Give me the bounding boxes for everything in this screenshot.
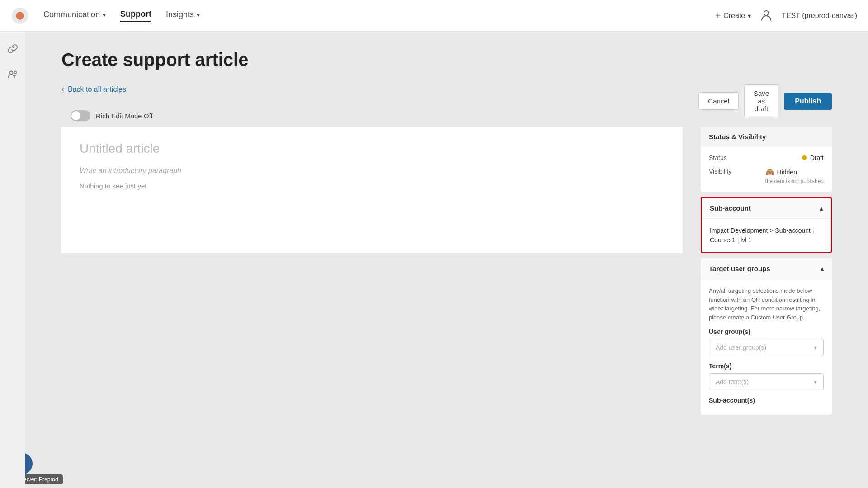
account-label: TEST (preprod-canvas) xyxy=(782,12,857,20)
link-icon[interactable] xyxy=(5,41,21,57)
article-title-input[interactable]: Untitled article xyxy=(80,141,665,156)
svg-point-2 xyxy=(10,71,13,75)
terms-dropdown[interactable]: Add term(s) xyxy=(709,373,824,390)
status-visibility-section: Status & Visibility Status Draft Visibil… xyxy=(701,127,832,192)
user-groups-label: User group(s) xyxy=(709,328,824,335)
nav-items: Communication Support Insights xyxy=(43,9,715,22)
insights-chevron-icon xyxy=(197,10,200,19)
back-to-articles-link[interactable]: ‹ Back to all articles xyxy=(61,84,683,94)
editor-toolbar: Rich Edit Mode Off xyxy=(61,105,683,127)
svg-point-3 xyxy=(14,71,17,74)
communication-chevron-icon xyxy=(103,10,106,19)
target-description: Any/all targeting selections made below … xyxy=(709,286,824,322)
target-groups-body: Any/all targeting selections made below … xyxy=(701,279,832,415)
status-row: Status Draft xyxy=(709,154,824,161)
users-icon[interactable] xyxy=(5,66,21,82)
nav-insights[interactable]: Insights xyxy=(166,10,200,21)
sub-account-header: Sub-account xyxy=(702,198,831,219)
rich-edit-label: Rich Edit Mode Off xyxy=(96,112,153,120)
editor-body[interactable]: Untitled article Write an introductory p… xyxy=(61,127,683,253)
target-groups-section: Target user groups Any/all targeting sel… xyxy=(701,258,832,415)
cancel-button[interactable]: Cancel xyxy=(698,92,739,110)
visibility-label: Visibility xyxy=(709,168,731,175)
nav-support[interactable]: Support xyxy=(120,9,151,22)
svg-point-1 xyxy=(764,11,769,15)
empty-state-text: Nothing to see just yet xyxy=(80,182,665,190)
target-groups-header: Target user groups xyxy=(701,258,832,279)
action-bar: Cancel Save as draft Publish xyxy=(701,84,832,117)
terms-chevron-icon xyxy=(814,378,817,385)
page-title: Create support article xyxy=(61,50,832,70)
content-layout: ‹ Back to all articles Rich Edit Mode Of… xyxy=(61,84,832,420)
status-dot-icon xyxy=(802,155,807,160)
visibility-sub-text: the item is not published xyxy=(765,178,824,184)
app-logo[interactable] xyxy=(11,7,29,25)
visibility-value: 🙈 Hidden xyxy=(765,168,824,176)
sub-account-collapse-icon[interactable] xyxy=(820,204,823,212)
status-visibility-body: Status Draft Visibility 🙈 Hidden xyxy=(701,147,832,192)
editor-container: Rich Edit Mode Off Untitled article Writ… xyxy=(61,105,683,253)
left-sidebar xyxy=(0,32,25,488)
user-groups-chevron-icon xyxy=(814,344,817,351)
main-content: Create support article ‹ Back to all art… xyxy=(25,32,868,438)
visibility-value-wrap: 🙈 Hidden the item is not published xyxy=(765,168,824,184)
sub-account-body: Impact Development > Sub-account | Cours… xyxy=(702,219,831,252)
editor-panel: ‹ Back to all articles Rich Edit Mode Of… xyxy=(61,84,683,420)
user-icon[interactable] xyxy=(760,9,773,23)
create-chevron-icon xyxy=(748,12,751,20)
save-draft-button[interactable]: Save as draft xyxy=(744,84,778,117)
status-label: Status xyxy=(709,154,727,161)
intro-input[interactable]: Write an introductory paragraph xyxy=(80,167,665,175)
top-navigation: Communication Support Insights + Create … xyxy=(0,0,868,32)
create-button[interactable]: + Create xyxy=(715,10,751,21)
target-groups-collapse-icon[interactable] xyxy=(821,265,824,272)
nav-right: + Create TEST (preprod-canvas) xyxy=(715,9,857,23)
sub-accounts-label: Sub-account(s) xyxy=(709,397,824,404)
status-value: Draft xyxy=(802,154,824,161)
back-chevron-icon: ‹ xyxy=(61,84,64,94)
user-groups-dropdown[interactable]: Add user group(s) xyxy=(709,339,824,356)
status-visibility-header: Status & Visibility xyxy=(701,127,832,147)
publish-button[interactable]: Publish xyxy=(784,93,832,110)
terms-label: Term(s) xyxy=(709,362,824,370)
right-panel: Cancel Save as draft Publish Status & Vi… xyxy=(701,84,832,420)
nav-communication[interactable]: Communication xyxy=(43,10,106,21)
hidden-eye-icon: 🙈 xyxy=(765,168,774,176)
rich-edit-toggle[interactable] xyxy=(71,110,90,121)
visibility-row: Visibility 🙈 Hidden the item is not publ… xyxy=(709,168,824,184)
sub-account-section: Sub-account Impact Development > Sub-acc… xyxy=(701,197,832,253)
